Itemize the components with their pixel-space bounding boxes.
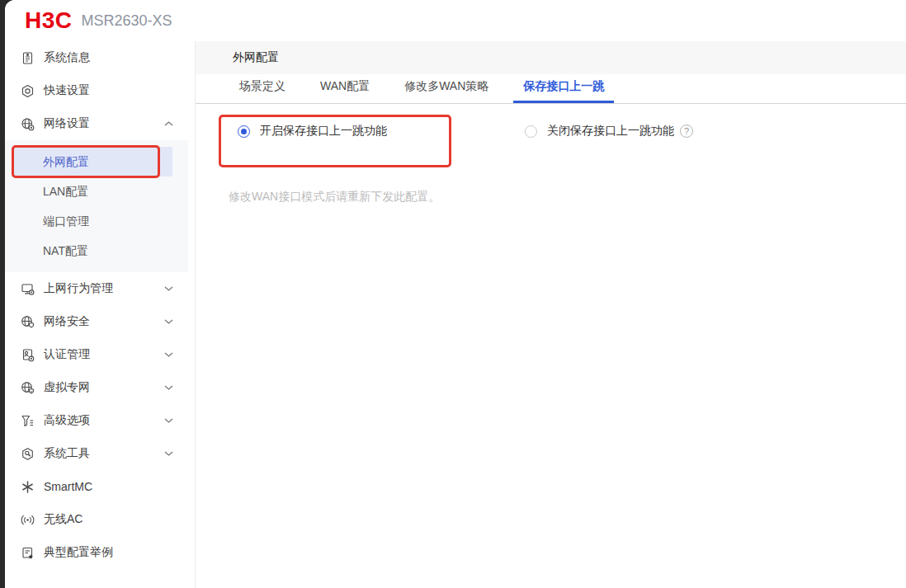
tab-bar: 场景定义 WAN配置 修改多WAN策略 保存接口上一跳 xyxy=(196,74,906,104)
sidebar-item-wireless-ac[interactable]: 无线AC xyxy=(5,503,195,536)
quick-setup-icon xyxy=(20,83,35,98)
sidebar-subitem-port-management[interactable]: 端口管理 xyxy=(5,206,188,236)
radio-option-enable[interactable]: 开启保存接口上一跳功能 xyxy=(238,124,387,139)
chevron-down-icon xyxy=(164,319,173,325)
config-examples-icon xyxy=(20,545,35,560)
chevron-down-icon xyxy=(164,286,173,292)
network-settings-icon xyxy=(20,116,35,131)
tab-scene-definition[interactable]: 场景定义 xyxy=(239,79,285,103)
tab-save-next-hop[interactable]: 保存接口上一跳 xyxy=(513,79,614,103)
sidebar-item-label: 快速设置 xyxy=(44,83,90,98)
help-icon[interactable]: ? xyxy=(680,125,693,138)
tab-multi-wan-policy[interactable]: 修改多WAN策略 xyxy=(404,79,488,103)
device-model: MSR2630-XS xyxy=(82,12,172,30)
page-title: 外网配置 xyxy=(233,50,279,65)
sidebar-item-behavior-management[interactable]: 上网行为管理 xyxy=(5,272,195,305)
sidebar-item-label: 无线AC xyxy=(44,512,83,527)
radio-enable-label: 开启保存接口上一跳功能 xyxy=(260,124,387,139)
sidebar-subitem-lan-config[interactable]: LAN配置 xyxy=(5,176,188,206)
chevron-down-icon xyxy=(164,385,173,391)
system-tools-icon xyxy=(20,446,35,461)
network-security-icon xyxy=(20,314,35,329)
radio-enable-button[interactable] xyxy=(238,125,250,138)
sidebar-item-advanced-options[interactable]: 高级选项 xyxy=(5,404,195,437)
config-hint-text: 修改WAN接口模式后请重新下发此配置。 xyxy=(229,190,440,205)
sidebar-item-label: 上网行为管理 xyxy=(44,281,113,296)
vpn-icon xyxy=(20,380,35,395)
page-title-bar: 外网配置 xyxy=(196,41,906,74)
sidebar-item-network-security[interactable]: 网络安全 xyxy=(5,305,195,338)
app-header: H3C MSR2630-XS xyxy=(5,0,906,41)
sidebar-item-label: 高级选项 xyxy=(44,413,90,428)
behavior-management-icon xyxy=(20,281,35,296)
sidebar-item-label: 典型配置举例 xyxy=(44,545,113,560)
network-settings-submenu: 外网配置 LAN配置 端口管理 NAT配置 xyxy=(5,140,188,272)
sidebar-item-label: SmartMC xyxy=(44,480,92,493)
chevron-down-icon xyxy=(164,451,173,457)
sidebar-item-label: 系统工具 xyxy=(44,446,90,461)
h3c-logo: H3C xyxy=(25,9,73,32)
radio-disable-label: 关闭保存接口上一跳功能 xyxy=(547,124,674,139)
sidebar-item-label: 网络设置 xyxy=(44,116,90,131)
sidebar-item-config-examples[interactable]: 典型配置举例 xyxy=(5,536,195,569)
chevron-down-icon xyxy=(164,352,173,358)
sidebar-item-network-settings[interactable]: 网络设置 xyxy=(5,107,195,140)
sidebar-item-smartmc[interactable]: SmartMC xyxy=(5,470,195,503)
sidebar-item-system-tools[interactable]: 系统工具 xyxy=(5,437,195,470)
chevron-down-icon xyxy=(164,418,173,424)
main-panel: 外网配置 场景定义 WAN配置 修改多WAN策略 保存接口上一跳 开启保存接口上… xyxy=(196,41,906,588)
sidebar-item-label: 认证管理 xyxy=(44,347,90,362)
auth-management-icon xyxy=(20,347,35,362)
wireless-ac-icon xyxy=(20,512,35,527)
smartmc-icon xyxy=(20,479,35,494)
sidebar-item-label: 网络安全 xyxy=(44,314,90,329)
advanced-options-icon xyxy=(20,413,35,428)
system-info-icon xyxy=(20,50,35,65)
chevron-up-icon xyxy=(164,121,173,127)
tab-content: 开启保存接口上一跳功能 关闭保存接口上一跳功能 ? 修改WAN接口模式后请重新下… xyxy=(196,104,906,588)
sidebar-item-label: 虚拟专网 xyxy=(44,380,90,395)
tab-wan-config[interactable]: WAN配置 xyxy=(320,79,370,103)
sidebar-item-auth-management[interactable]: 认证管理 xyxy=(5,338,195,371)
sidebar: 系统信息 快速设置 xyxy=(5,41,196,588)
sidebar-item-vpn[interactable]: 虚拟专网 xyxy=(5,371,195,404)
sidebar-item-quick-setup[interactable]: 快速设置 xyxy=(5,74,195,107)
sidebar-subitem-wan-config[interactable]: 外网配置 xyxy=(12,147,172,176)
radio-disable-button[interactable] xyxy=(525,125,537,138)
radio-option-disable[interactable]: 关闭保存接口上一跳功能 ? xyxy=(525,124,693,139)
sidebar-item-label: 系统信息 xyxy=(44,50,90,65)
sidebar-item-system-info[interactable]: 系统信息 xyxy=(5,41,195,74)
sidebar-subitem-nat-config[interactable]: NAT配置 xyxy=(5,236,188,266)
app-window: H3C MSR2630-XS 系统信息 xyxy=(5,0,906,588)
